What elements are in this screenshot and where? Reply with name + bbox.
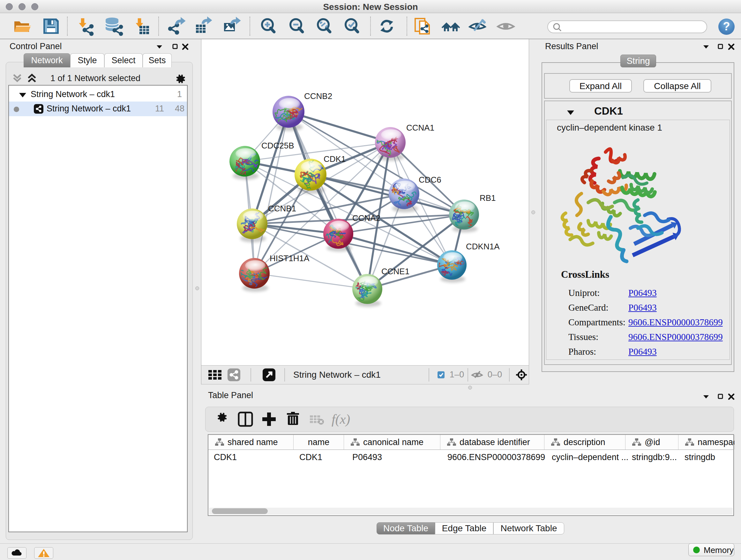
svg-text:CCNA1: CCNA1 (406, 123, 434, 132)
svg-text:HIST1H1A: HIST1H1A (270, 253, 310, 263)
svg-text:RB1: RB1 (480, 193, 496, 203)
svg-text:CDC6: CDC6 (419, 175, 441, 185)
svg-text:f(x): f(x) (332, 412, 350, 427)
svg-text:CDC25B: CDC25B (261, 141, 294, 150)
svg-text:CCNA2: CCNA2 (352, 213, 381, 223)
svg-text:CCNE1: CCNE1 (381, 266, 409, 276)
svg-text:CCNB2: CCNB2 (304, 91, 332, 101)
svg-text:CDK1: CDK1 (324, 154, 346, 164)
svg-text:CCNB1: CCNB1 (268, 204, 296, 213)
svg-text:CDKN1A: CDKN1A (466, 242, 500, 251)
